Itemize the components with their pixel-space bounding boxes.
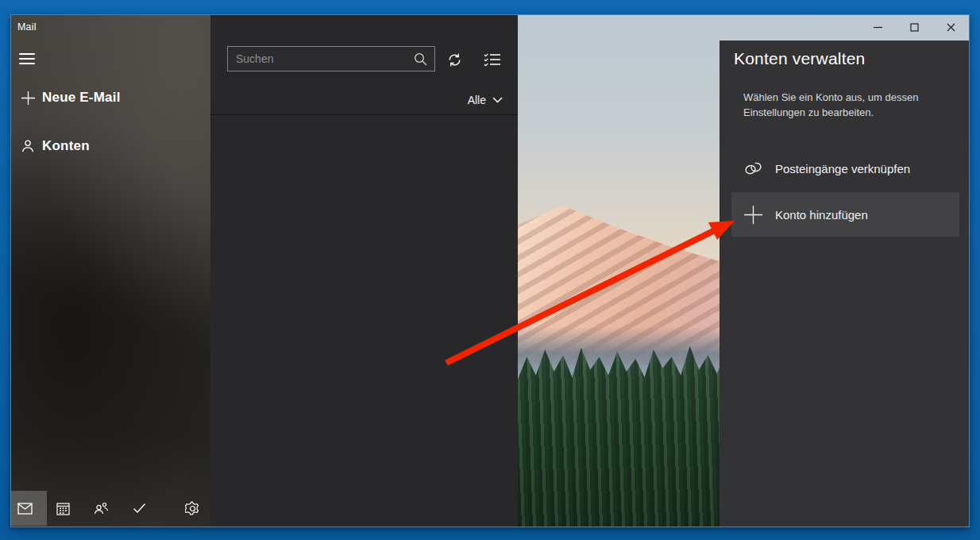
plus-icon: [742, 205, 764, 225]
bottom-nav: [11, 491, 210, 526]
search-box: [227, 46, 435, 71]
search-input[interactable]: [228, 52, 414, 65]
window-controls: [859, 15, 969, 39]
link-icon: [742, 161, 764, 176]
link-inboxes-button[interactable]: Posteingänge verknüpfen: [720, 148, 970, 188]
sync-icon[interactable]: [444, 50, 465, 69]
calendar-icon[interactable]: [53, 491, 72, 526]
desktop: { "titlebar": { "app_title": "Mail" }, "…: [0, 0, 980, 540]
settings-gear-icon[interactable]: [183, 491, 202, 526]
chevron-down-icon: [492, 97, 503, 103]
search-icon[interactable]: [414, 52, 427, 66]
accounts-button[interactable]: Konten: [11, 134, 210, 158]
manage-accounts-panel: Konten verwalten Wählen Sie ein Konto au…: [720, 40, 970, 526]
divider: [210, 114, 518, 115]
sidebar: Mail Neue E-Mail Konten: [11, 15, 210, 526]
accounts-label: Konten: [42, 138, 90, 154]
mail-app-window: Mail Neue E-Mail Konten: [10, 14, 970, 527]
new-mail-button[interactable]: Neue E-Mail: [11, 86, 210, 110]
filter-dropdown[interactable]: Alle: [468, 92, 503, 108]
add-account-label: Konto hinzufügen: [775, 208, 868, 222]
close-button[interactable]: [932, 15, 969, 39]
minimize-button[interactable]: [859, 15, 896, 39]
people-icon[interactable]: [91, 491, 110, 526]
hamburger-icon[interactable]: [18, 52, 36, 66]
maximize-button[interactable]: [896, 15, 932, 39]
filter-value: Alle: [468, 94, 486, 106]
message-list-pane: Alle: [210, 15, 518, 526]
panel-title: Konten verwalten: [734, 49, 865, 68]
new-mail-label: Neue E-Mail: [42, 90, 121, 106]
panel-description: Wählen Sie ein Konto aus, um dessen Eins…: [743, 90, 943, 120]
app-title: Mail: [17, 21, 37, 33]
link-inboxes-label: Posteingänge verknüpfen: [775, 162, 910, 176]
selection-list-icon[interactable]: [482, 50, 503, 69]
todo-check-icon[interactable]: [129, 491, 149, 526]
mail-icon[interactable]: [15, 491, 34, 526]
person-icon: [20, 139, 36, 153]
add-account-button[interactable]: Konto hinzufügen: [731, 192, 959, 237]
plus-icon: [20, 91, 36, 106]
